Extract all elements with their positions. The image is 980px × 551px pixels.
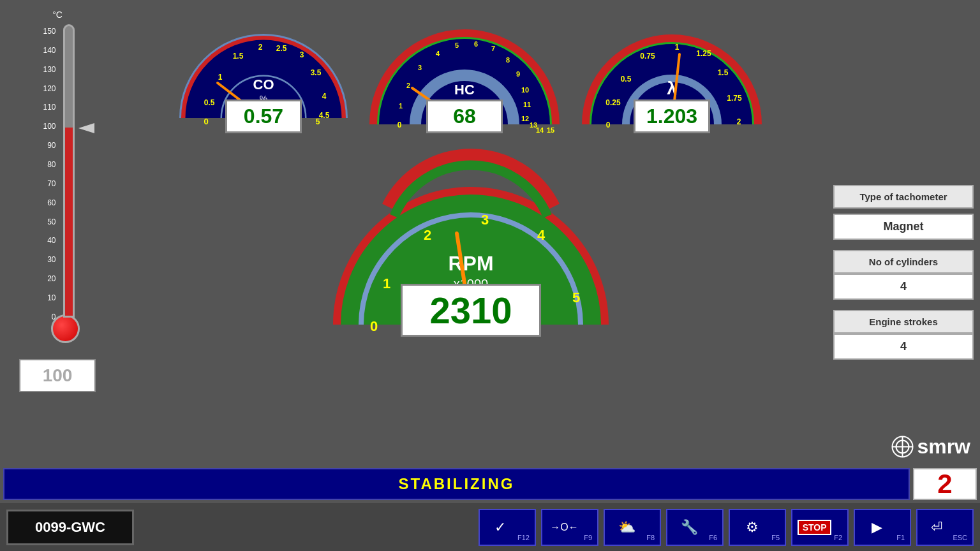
esc-label: ESC [953,534,967,541]
svg-text:0.5: 0.5 [204,98,215,107]
tachometer-type-label: Type of tachometer [833,185,974,209]
svg-text:0: 0 [397,121,402,129]
svg-text:5: 5 [455,41,459,49]
toolbar-btn-f9[interactable]: →O← F9 [541,509,598,546]
stabilizing-text: STABILIZING [399,475,515,493]
svg-text:0: 0 [370,318,378,334]
svg-text:3: 3 [481,212,489,228]
stop-icon: STOP [798,520,831,535]
co-value: 0.57 [225,99,302,133]
svg-text:14: 14 [536,126,544,134]
thermo-bulb [51,314,80,343]
svg-text:2: 2 [258,43,263,52]
toolbar-btn-f8[interactable]: ⛅ F8 [604,509,661,546]
toolbar-btn-f1[interactable]: ▶ F1 [854,509,911,546]
wrench-icon: 🔧 [672,519,706,536]
gauges-section: 0 0.5 1 1.5 2 2.5 3 3.5 4 4.5 5 CO % [115,6,827,462]
engine-strokes-label: Engine strokes [833,310,974,334]
svg-text:3.5: 3.5 [311,68,322,77]
engine-strokes-value: 4 [833,334,974,360]
svg-text:7: 7 [491,45,495,52]
smrw-logo: smrw [833,416,974,462]
svg-text:1.25: 1.25 [696,49,711,58]
svg-text:4.5: 4.5 [319,111,330,120]
toolbar-btn-f6[interactable]: 🔧 F6 [666,509,724,546]
f2-label: F2 [834,534,842,541]
f6-label: F6 [709,534,717,541]
center-gauge: 0 1 2 3 4 5 RPM x1000 [115,149,827,349]
main-container: °C 150 140 130 120 110 100 90 80 70 60 5… [0,0,980,551]
svg-text:HC: HC [454,82,475,98]
svg-text:1.5: 1.5 [718,68,729,77]
celsius-label: °C [52,10,63,20]
svg-text:2.5: 2.5 [276,44,287,53]
svg-text:2: 2 [406,82,410,89]
smrw-icon [891,436,914,458]
svg-text:11: 11 [523,101,531,108]
toolbar-btn-esc[interactable]: ⏎ ESC [916,509,974,546]
svg-text:1.5: 1.5 [233,52,244,61]
right-panel: Type of tachometer Magnet No of cylinder… [833,6,974,462]
svg-text:9: 9 [516,70,520,78]
svg-text:RPM: RPM [448,252,493,275]
svg-text:5: 5 [572,290,580,305]
svg-text:4: 4 [537,227,546,243]
f12-label: F12 [517,534,530,541]
f9-label: F9 [584,534,592,541]
svg-text:0.75: 0.75 [640,52,655,61]
stabilizing-bar: STABILIZING [3,468,910,500]
rpm-value: 2310 [401,284,541,337]
esc-icon: ⏎ [923,519,950,536]
thermo-scale: 150 140 130 120 110 100 90 80 70 60 50 4… [43,27,56,321]
svg-text:3: 3 [418,64,422,71]
tachometer-type-value: Magnet [833,214,974,240]
thermo-fill [65,128,73,316]
toolbar-btn-f12[interactable]: ✓ F12 [479,509,536,546]
toolbar-btn-f2[interactable]: STOP F2 [791,509,849,546]
f1-label: F1 [896,534,905,541]
thermo-body [59,24,78,343]
svg-text:0.25: 0.25 [605,98,621,107]
hc-value: 68 [426,99,503,133]
smrw-text: smrw [917,435,970,459]
svg-text:1: 1 [383,276,390,291]
svg-text:4: 4 [436,50,440,57]
svg-text:8: 8 [506,56,510,64]
cylinders-value: 4 [833,274,974,300]
svg-text:4: 4 [322,92,327,101]
rpm-gauge-wrapper: 0 1 2 3 4 5 RPM x1000 [330,143,611,349]
top-area: °C 150 140 130 120 110 100 90 80 70 60 5… [0,0,980,468]
lambda-gauge-wrapper: 0 0.25 0.5 0.75 1 1.25 1.5 1.75 2 λ [576,6,768,143]
toolbar: 0099-GWC ✓ F12 →O← F9 ⛅ F8 🔧 F6 ⚙ F5 [0,503,980,551]
play-icon: ▶ [860,519,894,536]
svg-text:0.5: 0.5 [621,75,632,84]
svg-text:1.75: 1.75 [727,94,742,103]
settings-icon: ⚙ [735,519,769,536]
svg-text:12: 12 [521,115,529,122]
thermometer-container: 150 140 130 120 110 100 90 80 70 60 50 4… [36,21,78,353]
svg-text:0: 0 [204,117,208,126]
svg-text:6: 6 [474,40,478,48]
toolbar-btn-f5[interactable]: ⚙ F5 [729,509,786,546]
temp-value-box: 100 [19,359,96,392]
svg-text:1: 1 [675,43,679,52]
svg-text:5: 5 [316,117,320,126]
cloud-icon: ⛅ [610,519,644,536]
number-badge: 2 [913,468,977,500]
svg-text:0: 0 [606,121,611,129]
svg-text:2: 2 [737,117,741,126]
svg-text:10: 10 [521,86,529,94]
vehicle-id: 0099-GWC [6,510,134,545]
f5-label: F5 [771,534,780,541]
zero-cal-icon: →O← [547,522,581,533]
svg-text:15: 15 [547,126,554,134]
checkmark-icon: ✓ [485,519,515,536]
thermometer-section: °C 150 140 130 120 110 100 90 80 70 60 5… [6,6,108,462]
lambda-value: 1.203 [634,99,710,133]
svg-text:3: 3 [300,50,304,59]
svg-text:1: 1 [399,102,403,110]
top-gauges: 0 0.5 1 1.5 2 2.5 3 3.5 4 4.5 5 CO % [115,6,827,143]
status-bar: STABILIZING 2 [0,468,980,503]
svg-text:CO: CO [253,77,274,92]
thermo-pointer [78,123,94,133]
